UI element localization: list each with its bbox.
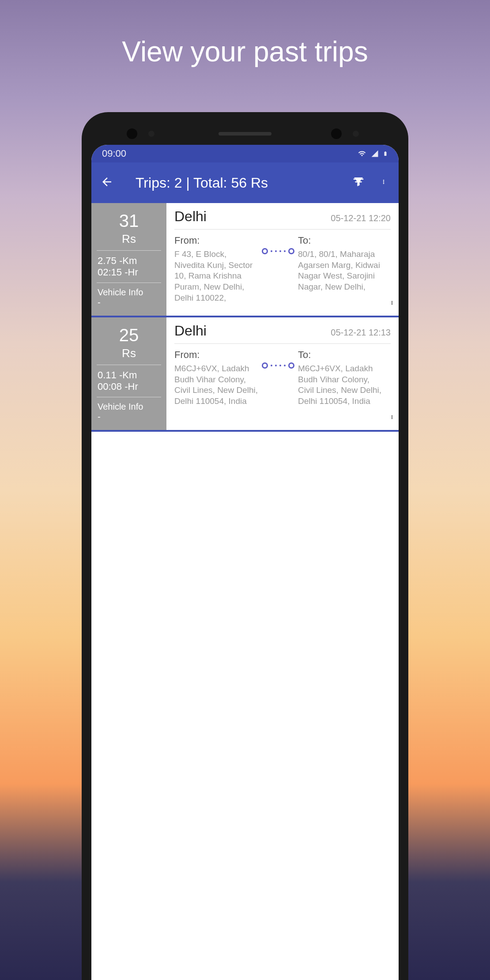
back-button[interactable] [100, 175, 113, 190]
from-address: F 43, E Block, Nivedita Kunj, Sector 10,… [174, 249, 258, 303]
svg-point-2 [383, 183, 384, 184]
app-bar-title: Trips: 2 | Total: 56 Rs [122, 175, 339, 191]
trip-side-panel: 31 Rs 2.75 -Km 02:15 -Hr Vehicle Info - [91, 203, 166, 316]
fare-amount: 31 [97, 211, 161, 230]
svg-point-3 [392, 301, 393, 302]
trip-distance: 2.75 -Km [97, 255, 161, 267]
to-address: M6CJ+6VX, Ladakh Budh Vihar Colony, Civi… [298, 363, 382, 407]
svg-point-5 [392, 304, 393, 305]
trip-main: Delhi 05-12-21 12:20 From: F 43, E Block… [166, 203, 399, 316]
wifi-icon [357, 150, 367, 158]
svg-point-1 [383, 181, 384, 183]
trip-side-panel: 25 Rs 0.11 -Km 00:08 -Hr Vehicle Info - [91, 317, 166, 430]
signal-icon [370, 150, 379, 158]
trip-duration: 00:08 -Hr [97, 381, 161, 392]
from-label: From: [174, 235, 258, 246]
vehicle-info-value: - [97, 412, 161, 422]
filter-button[interactable] [348, 175, 369, 190]
trip-timestamp: 05-12-21 12:20 [331, 213, 391, 223]
fare-amount: 25 [97, 325, 161, 345]
more-vert-icon [390, 297, 394, 309]
fare-currency: Rs [97, 232, 161, 246]
trip-distance: 0.11 -Km [97, 369, 161, 381]
arrow-left-icon [100, 175, 113, 188]
to-address: 80/1, 80/1, Maharaja Agarsen Marg, Kidwa… [298, 249, 382, 293]
svg-point-0 [383, 180, 384, 181]
more-vert-icon [381, 175, 386, 188]
vehicle-info-value: - [97, 298, 161, 308]
battery-icon [383, 149, 388, 158]
promo-title: View your past trips [122, 35, 368, 68]
svg-point-8 [392, 418, 393, 419]
trip-item-menu-button[interactable] [390, 297, 394, 310]
svg-point-4 [392, 302, 393, 304]
trip-city: Delhi [174, 323, 207, 339]
phone-speaker-area [91, 123, 399, 145]
to-label: To: [298, 235, 382, 246]
app-bar: Trips: 2 | Total: 56 Rs [91, 162, 399, 203]
overflow-menu-button[interactable] [377, 175, 390, 190]
svg-point-7 [392, 417, 393, 418]
trip-card[interactable]: 31 Rs 2.75 -Km 02:15 -Hr Vehicle Info - … [91, 203, 399, 317]
from-label: From: [174, 349, 258, 361]
status-time: 09:00 [102, 148, 126, 159]
vehicle-info-label: Vehicle Info [97, 287, 161, 298]
phone-screen: 09:00 Trips: 2 | Total: 56 Rs [91, 145, 399, 980]
trip-timestamp: 05-12-21 12:13 [331, 328, 391, 338]
trip-main: Delhi 05-12-21 12:13 From: M6CJ+6VX, Lad… [166, 317, 399, 430]
phone-frame: 09:00 Trips: 2 | Total: 56 Rs [82, 112, 408, 980]
to-label: To: [298, 349, 382, 361]
svg-point-6 [392, 415, 393, 417]
fare-currency: Rs [97, 347, 161, 360]
trip-list: 31 Rs 2.75 -Km 02:15 -Hr Vehicle Info - … [91, 203, 399, 432]
more-vert-icon [390, 411, 394, 423]
trip-duration: 02:15 -Hr [97, 267, 161, 278]
trip-card[interactable]: 25 Rs 0.11 -Km 00:08 -Hr Vehicle Info - … [91, 317, 399, 432]
vehicle-info-label: Vehicle Info [97, 402, 161, 412]
status-bar: 09:00 [91, 145, 399, 162]
route-connector-icon [262, 235, 294, 254]
filter-icon [352, 175, 365, 188]
trip-item-menu-button[interactable] [390, 411, 394, 425]
from-address: M6CJ+6VX, Ladakh Budh Vihar Colony, Civi… [174, 363, 258, 407]
trip-city: Delhi [174, 208, 207, 225]
route-connector-icon [262, 349, 294, 369]
status-icons [357, 149, 388, 158]
